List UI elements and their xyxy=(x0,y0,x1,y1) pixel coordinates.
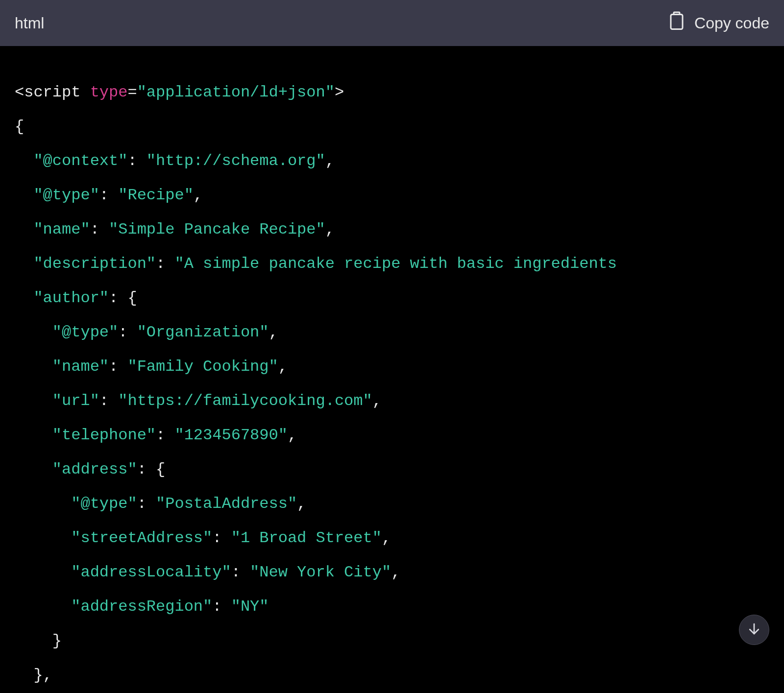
code-token: : xyxy=(156,255,165,273)
code-token: "Recipe" xyxy=(118,186,194,204)
code-token: , xyxy=(269,323,278,341)
code-token: : xyxy=(99,186,109,204)
code-token: { xyxy=(127,289,137,307)
code-token xyxy=(15,666,33,684)
code-token: "A simple pancake recipe with basic ingr… xyxy=(174,255,617,273)
code-token: : xyxy=(137,495,147,513)
code-token: "streetAddress" xyxy=(71,529,212,547)
code-token: "address" xyxy=(52,460,137,478)
code-token: "1234567890" xyxy=(174,426,287,444)
code-token: "1 Broad Street" xyxy=(231,529,382,547)
code-token: : xyxy=(109,289,118,307)
code-token: : xyxy=(127,152,137,170)
code-token: "addressRegion" xyxy=(71,597,212,616)
code-token: , xyxy=(288,426,297,444)
code-token xyxy=(15,632,52,650)
code-token: "@type" xyxy=(71,495,137,513)
code-token: > xyxy=(335,83,344,101)
code-token xyxy=(15,289,33,307)
code-token: , xyxy=(325,152,335,170)
code-token: "@type" xyxy=(33,186,99,204)
code-token: "url" xyxy=(52,392,99,410)
code-token: "description" xyxy=(33,255,156,273)
code-token: { xyxy=(15,118,24,136)
code-token: "@type" xyxy=(52,323,118,341)
code-token: : xyxy=(212,597,221,616)
code-token: : xyxy=(90,220,99,239)
code-token: "New York City" xyxy=(250,563,391,581)
code-token: type xyxy=(90,83,128,101)
code-token: "NY" xyxy=(231,597,269,616)
code-token xyxy=(15,323,52,341)
code-token: script xyxy=(24,83,80,101)
code-token: "Organization" xyxy=(137,323,269,341)
code-token xyxy=(15,186,33,204)
code-token xyxy=(15,426,52,444)
code-token: : xyxy=(212,529,221,547)
language-label: html xyxy=(15,14,44,32)
code-token xyxy=(15,529,71,547)
code-token xyxy=(15,358,52,376)
copy-code-label: Copy code xyxy=(694,14,769,32)
code-token: "telephone" xyxy=(52,426,156,444)
code-token: "name" xyxy=(33,220,90,239)
code-token: < xyxy=(15,83,24,101)
code-token xyxy=(15,460,52,478)
code-token: : xyxy=(231,563,241,581)
code-token: "@context" xyxy=(33,152,127,170)
code-token: , xyxy=(382,529,391,547)
code-token: } xyxy=(33,666,43,684)
code-content[interactable]: <script type="application/ld+json"> { "@… xyxy=(0,46,784,693)
code-token: , xyxy=(372,392,382,410)
code-token: { xyxy=(156,460,165,478)
code-token: "name" xyxy=(52,358,109,376)
code-token: "author" xyxy=(33,289,109,307)
code-token: , xyxy=(391,563,400,581)
copy-code-button[interactable]: Copy code xyxy=(668,11,769,35)
code-token: "http://schema.org" xyxy=(147,152,325,170)
code-token: : xyxy=(156,426,165,444)
arrow-down-icon xyxy=(747,621,761,639)
code-token: , xyxy=(325,220,335,239)
code-block: html Copy code <script type="application… xyxy=(0,0,784,693)
code-token xyxy=(15,495,71,513)
code-token xyxy=(15,597,71,616)
code-token xyxy=(15,392,52,410)
clipboard-icon xyxy=(668,11,686,35)
code-token: "Simple Pancake Recipe" xyxy=(109,220,325,239)
code-token: , xyxy=(297,495,306,513)
scroll-down-button[interactable] xyxy=(739,615,769,645)
code-token: = xyxy=(127,83,137,101)
code-token: : xyxy=(109,358,118,376)
code-token xyxy=(15,152,33,170)
code-token: : xyxy=(99,392,109,410)
code-token: , xyxy=(43,666,52,684)
code-token: , xyxy=(278,358,288,376)
code-token: , xyxy=(194,186,203,204)
code-token: "application/ld+json" xyxy=(137,83,335,101)
code-token: } xyxy=(52,632,62,650)
code-token: "addressLocality" xyxy=(71,563,231,581)
code-token xyxy=(15,563,71,581)
code-header: html Copy code xyxy=(0,0,784,46)
code-token xyxy=(15,255,33,273)
code-token: : xyxy=(118,323,127,341)
code-token: : xyxy=(137,460,147,478)
code-token: "https://familycooking.com" xyxy=(118,392,372,410)
code-token: "PostalAddress" xyxy=(156,495,297,513)
code-token xyxy=(15,220,33,239)
code-token: "Family Cooking" xyxy=(127,358,278,376)
svg-rect-0 xyxy=(671,15,683,29)
